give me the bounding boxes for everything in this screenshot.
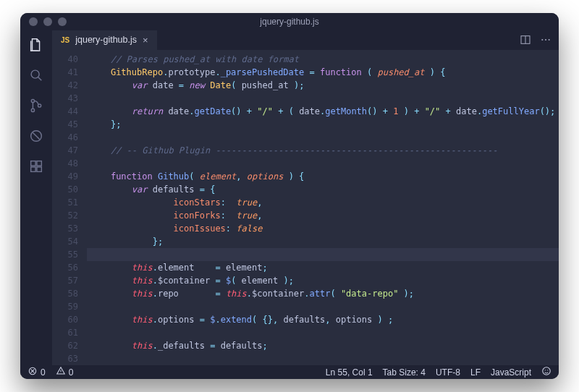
debug-icon[interactable] [28,127,45,145]
line-number: 54 [52,235,78,248]
line-number: 60 [52,313,78,326]
code-line[interactable] [90,131,559,144]
line-number: 58 [52,287,78,300]
status-bar: 0 0 Ln 55, Col 1 Tab Size: 4 UTF-8 LF Ja… [20,365,559,379]
code-line[interactable]: this._defaults = defaults; [90,339,559,352]
line-number: 46 [52,131,78,144]
code-line[interactable]: iconForks: true, [90,209,559,222]
code-content[interactable]: // Parses pushed_at with date format Git… [87,50,559,365]
line-number: 50 [52,183,78,196]
line-number-gutter: 4041424344454647484950515253545556575859… [52,50,87,365]
line-number: 45 [52,118,78,131]
line-number: 63 [52,352,78,365]
error-icon [28,366,38,378]
cursor-position[interactable]: Ln 55, Col 1 [326,367,373,378]
code-line[interactable]: iconStars: true, [90,196,559,209]
line-number: 59 [52,300,78,313]
warning-count: 0 [69,367,74,378]
svg-rect-7 [31,167,35,171]
line-number: 53 [52,222,78,235]
code-line[interactable]: this.element = element; [90,261,559,274]
eol-status[interactable]: LF [470,367,481,378]
window-title: jquery-github.js [20,17,559,27]
tab-bar: JS jquery-github.js × [52,30,559,50]
svg-point-16 [547,370,548,370]
svg-point-15 [545,370,546,370]
code-editor[interactable]: 4041424344454647484950515253545556575859… [52,50,559,365]
code-line[interactable]: }; [90,235,559,248]
line-number: 41 [52,66,78,79]
svg-point-1 [31,99,34,102]
svg-rect-8 [37,167,41,171]
line-number: 47 [52,144,78,157]
line-number: 56 [52,261,78,274]
svg-point-11 [545,39,546,41]
code-line[interactable]: var date = new Date( pushed_at ); [90,79,559,92]
editor-window: jquery-github.js JS [20,13,559,379]
code-line[interactable]: // Parses pushed_at with date format [90,53,559,66]
svg-rect-6 [37,161,41,166]
code-line[interactable] [90,300,559,313]
problems-status[interactable]: 0 0 [28,366,73,378]
line-number: 55 [52,248,78,261]
line-number: 52 [52,209,78,222]
line-number: 49 [52,170,78,183]
code-line[interactable]: function Github( element, options ) { [90,170,559,183]
line-number: 51 [52,196,78,209]
title-bar: jquery-github.js [20,13,559,30]
extensions-icon[interactable] [28,158,45,175]
code-line[interactable]: this.options = $.extend( {}, defaults, o… [90,313,559,326]
tab-label: jquery-github.js [75,35,137,45]
source-control-icon[interactable] [28,97,45,114]
encoding-status[interactable]: UTF-8 [436,367,460,378]
split-editor-icon[interactable] [520,34,531,46]
code-line[interactable]: iconIssues: false [90,222,559,235]
line-number: 44 [52,105,78,118]
code-line[interactable]: return date.getDate() + "/" + ( date.get… [90,105,559,118]
close-icon[interactable]: × [143,35,148,46]
line-number: 61 [52,326,78,339]
svg-point-2 [31,108,34,111]
explorer-icon[interactable] [28,36,45,54]
feedback-icon[interactable] [541,366,551,378]
code-line[interactable] [90,352,559,365]
line-number: 43 [52,92,78,105]
editor-actions [512,30,559,50]
indentation-status[interactable]: Tab Size: 4 [383,367,426,378]
svg-point-10 [541,39,543,41]
code-line[interactable] [90,92,559,105]
code-line[interactable] [87,248,559,261]
line-number: 40 [52,53,78,66]
code-line[interactable]: this.repo = this.$container.attr( "data-… [90,287,559,300]
code-line[interactable]: this.$container = $( element ); [90,274,559,287]
code-line[interactable]: GithubRepo.prototype._parsePushedDate = … [90,66,559,79]
code-line[interactable]: }; [90,118,559,131]
svg-point-12 [549,39,550,41]
svg-point-14 [543,367,551,375]
svg-rect-5 [31,161,35,166]
javascript-file-icon: JS [61,36,69,44]
line-number: 57 [52,274,78,287]
error-count: 0 [41,367,46,378]
warning-icon [56,366,66,378]
search-icon[interactable] [28,67,45,84]
code-line[interactable]: var defaults = { [90,183,559,196]
more-actions-icon[interactable] [540,34,551,46]
svg-point-0 [31,70,39,78]
code-line[interactable] [90,326,559,339]
code-line[interactable]: // -- Github Plugin --------------------… [90,144,559,157]
code-line[interactable] [90,157,559,170]
language-mode[interactable]: JavaScript [491,367,531,378]
tab-jquery-github-js[interactable]: JS jquery-github.js × [52,30,157,50]
line-number: 42 [52,79,78,92]
line-number: 62 [52,339,78,352]
line-number: 48 [52,157,78,170]
editor-group: JS jquery-github.js × 404142434445464748… [52,30,559,365]
activity-bar [20,30,52,365]
svg-point-3 [38,104,41,107]
main-area: JS jquery-github.js × 404142434445464748… [20,30,559,365]
